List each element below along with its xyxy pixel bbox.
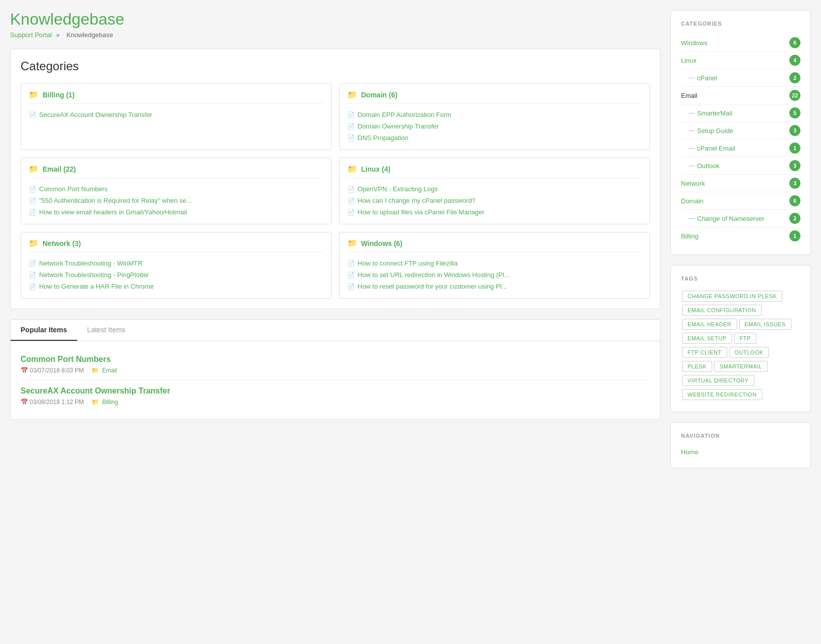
sidebar-category-item: Domain 6 — [681, 192, 800, 210]
tag[interactable]: VIRTUAL DIRECTORY — [682, 375, 754, 386]
sidebar-count-badge: 22 — [789, 90, 800, 101]
sidebar-category-link[interactable]: Change of Nameserver — [697, 215, 764, 222]
nav-section: NAVIGATION Home — [670, 422, 811, 468]
tag[interactable]: CHANGE PASSWORD IN PLESK — [682, 291, 782, 302]
sidebar-category-link[interactable]: cPanel Email — [697, 145, 735, 152]
category-item-link[interactable]: How to connect FTP using Filezilla — [358, 260, 458, 267]
category-item-link[interactable]: SecureAX Account Ownership Transfer — [39, 111, 152, 118]
sidebar-category-item: — Change of Nameserver 2 — [681, 210, 800, 227]
tab-latest[interactable]: Latest Items — [77, 320, 135, 341]
category-item-link[interactable]: How to upload files via cPanel File Mana… — [358, 208, 485, 216]
category-link[interactable]: Domain (6) — [361, 91, 397, 99]
list-item: 📄 OpenVPN - Extracting Logs — [347, 183, 642, 195]
nav-links: Home — [681, 446, 800, 458]
sidebar-category-link[interactable]: cPanel — [697, 74, 717, 82]
popular-item-category: 📁 Billing — [91, 399, 118, 406]
popular-item-title[interactable]: Common Port Numbers — [21, 355, 650, 364]
category-item-link[interactable]: Network Troubleshooting - PingPlotter — [39, 271, 149, 279]
sidebar-category-item: — cPanel Email 1 — [681, 140, 800, 157]
category-box-linux: 📁 Linux (4) 📄 OpenVPN - Extracting Logs … — [339, 158, 650, 224]
sidebar-category-item: Email 22 — [681, 87, 800, 104]
sidebar-categories-section: CATEGORIES Windows 6 Linux 4 — cPanel 2 … — [670, 10, 811, 255]
category-item-link[interactable]: How to Generate a HAR File in Chrome — [39, 283, 154, 290]
category-item-link[interactable]: OpenVPN - Extracting Logs — [358, 185, 438, 193]
sidebar-category-link[interactable]: Network — [681, 180, 705, 187]
sidebar-count-badge: 3 — [789, 160, 800, 171]
category-link[interactable]: Email (22) — [43, 165, 76, 173]
sidebar-category-link[interactable]: Outlook — [697, 162, 720, 170]
sidebar-categories-title: CATEGORIES — [681, 21, 800, 27]
popular-item-category-link[interactable]: Billing — [102, 399, 118, 406]
doc-icon: 📄 — [347, 135, 355, 142]
tag[interactable]: PLESK — [682, 361, 712, 372]
sidebar-category-left: — Setup Guide — [689, 127, 733, 135]
sidebar-category-link[interactable]: Billing — [681, 232, 699, 240]
tag[interactable]: EMAIL SETUP — [682, 333, 732, 344]
tag[interactable]: EMAIL HEADER — [682, 319, 737, 330]
tag[interactable]: FTP — [734, 333, 756, 344]
category-link[interactable]: Network (3) — [43, 239, 81, 247]
sidebar-count-badge: 2 — [789, 72, 800, 83]
folder-icon: 📁 — [29, 164, 39, 174]
tag[interactable]: EMAIL ISSUES — [739, 319, 791, 330]
tab-popular[interactable]: Popular Items — [11, 320, 77, 341]
category-box-domain: 📁 Domain (6) 📄 Domain EPP Authorization … — [339, 83, 650, 150]
category-item-link[interactable]: Common Port Numbers — [39, 185, 108, 193]
sidebar-category-link[interactable]: Windows — [681, 39, 708, 47]
categories-grid: 📁 Billing (1) 📄 SecureAX Account Ownersh… — [21, 83, 650, 299]
category-box-billing: 📁 Billing (1) 📄 SecureAX Account Ownersh… — [21, 83, 332, 150]
tag[interactable]: EMAIL CONFIGURATION — [682, 305, 762, 316]
category-item-link[interactable]: "550 Authentication is Required for Rela… — [39, 197, 192, 204]
sidebar-dash: — — [689, 215, 695, 222]
category-item-link[interactable]: Domain Ownership Transfer — [358, 122, 439, 130]
category-item-link[interactable]: How to set URL redirection in Windows Ho… — [358, 271, 510, 279]
category-link[interactable]: Billing (1) — [43, 91, 75, 99]
popular-item-date: 📅03/07/2018 8:03 PM — [21, 367, 84, 374]
popular-item: SecureAX Account Ownership Transfer 📅03/… — [21, 380, 650, 412]
category-item-link[interactable]: How to reset password for your customer … — [358, 283, 507, 290]
category-box-windows: 📁 Windows (6) 📄 How to connect FTP using… — [339, 232, 650, 299]
doc-icon: 📄 — [347, 197, 355, 204]
category-box-header: 📁 Network (3) — [29, 238, 324, 252]
sidebar-category-link[interactable]: Linux — [681, 57, 697, 64]
list-item: 📄 DNS Propagation — [347, 132, 642, 144]
tag[interactable]: FTP CLIENT — [682, 347, 727, 358]
doc-icon: 📄 — [29, 260, 36, 267]
sidebar-category-item: Network 3 — [681, 175, 800, 192]
tag[interactable]: OUTLOOK — [729, 347, 769, 358]
sidebar-dash: — — [689, 162, 695, 169]
category-item-link[interactable]: Network Troubleshooting - WinMTR — [39, 260, 143, 267]
category-items: 📄 How to connect FTP using Filezilla 📄 H… — [347, 257, 642, 292]
tags-section: TAGS CHANGE PASSWORD IN PLESKEMAIL CONFI… — [670, 265, 811, 412]
tag[interactable]: SMARTERMAIL — [714, 361, 768, 372]
sidebar-category-link[interactable]: Setup Guide — [697, 127, 733, 135]
category-link[interactable]: Windows (6) — [361, 239, 402, 247]
doc-icon: 📄 — [29, 209, 36, 216]
breadcrumb-home[interactable]: Support Portal — [10, 31, 52, 39]
list-item: 📄 Network Troubleshooting - PingPlotter — [29, 269, 324, 281]
category-item-link[interactable]: DNS Propagation — [358, 134, 408, 142]
sidebar-count-badge: 1 — [789, 230, 800, 241]
doc-icon: 📄 — [347, 209, 355, 216]
popular-item-category-link[interactable]: Email — [102, 367, 117, 374]
category-item-link[interactable]: How can I change my cPanel password? — [358, 197, 476, 204]
popular-item-title[interactable]: SecureAX Account Ownership Transfer — [21, 387, 650, 396]
sidebar-category-left: Billing — [681, 232, 699, 240]
tag[interactable]: WEBSITE REDIRECTION — [682, 389, 762, 400]
doc-icon: 📄 — [347, 186, 355, 193]
list-item: 📄 Network Troubleshooting - WinMTR — [29, 257, 324, 269]
list-item: 📄 Domain EPP Authorization Form — [347, 109, 642, 120]
category-item-link[interactable]: How to view email headers in Gmail/Yahoo… — [39, 208, 187, 216]
doc-icon: 📄 — [347, 260, 355, 267]
nav-link[interactable]: Home — [681, 446, 800, 458]
sidebar-category-left: Linux — [681, 57, 697, 64]
sidebar-category-link[interactable]: SmarterMail — [697, 109, 732, 117]
list-item: 📄 Common Port Numbers — [29, 183, 324, 195]
sidebar-category-left: Email — [681, 92, 698, 99]
sidebar-count-badge: 6 — [789, 37, 800, 48]
category-item-link[interactable]: Domain EPP Authorization Form — [358, 111, 452, 118]
sidebar-category-link[interactable]: Domain — [681, 197, 704, 205]
sidebar-category-link[interactable]: Email — [681, 92, 698, 99]
doc-icon: 📄 — [29, 197, 36, 204]
category-link[interactable]: Linux (4) — [361, 165, 390, 173]
